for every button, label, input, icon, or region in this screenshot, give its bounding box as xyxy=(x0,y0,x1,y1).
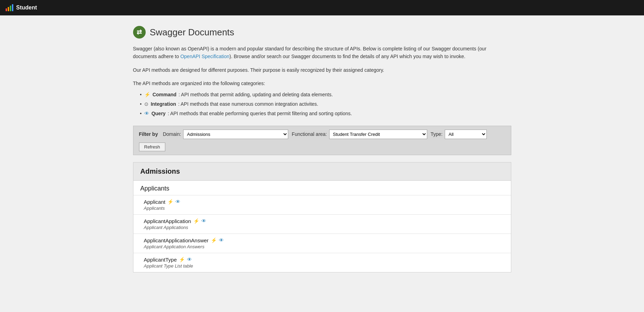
command-name: Command xyxy=(152,91,176,98)
logo-bar-4 xyxy=(12,4,13,11)
type-label: Type: xyxy=(431,131,443,137)
api-name-row: ApplicantType ⚡ 👁 xyxy=(144,257,500,263)
integration-icon: ⊙ xyxy=(144,100,148,108)
logo: Student xyxy=(6,4,37,11)
logo-icon xyxy=(6,4,13,11)
api-name-row: ApplicantApplicationAnswer ⚡ 👁 xyxy=(144,237,500,243)
list-item: ApplicantType ⚡ 👁 Applicant Type List ta… xyxy=(133,253,511,272)
list-item: ApplicantApplication ⚡ 👁 Applicant Appli… xyxy=(133,214,511,234)
category-command: • ⚡ Command : API methods that permit ad… xyxy=(140,91,511,98)
filter-bar: Filter by Domain: Admissions Financial A… xyxy=(133,126,511,155)
query-icon: 👁 xyxy=(144,110,149,117)
list-item: ApplicantApplicationAnswer ⚡ 👁 Applicant… xyxy=(133,234,511,253)
admissions-section: Admissions Applicants Applicant ⚡ 👁 Appl… xyxy=(133,162,511,272)
main-content: ⇄ Swagger Documents Swagger (also known … xyxy=(77,15,567,289)
description-1: Swagger (also known as OpenAPI) is a mod… xyxy=(133,45,511,61)
page-title: Swagger Documents xyxy=(150,27,234,38)
api-name: ApplicantType xyxy=(144,257,177,263)
page-title-row: ⇄ Swagger Documents xyxy=(133,26,511,39)
api-name-row: ApplicantApplication ⚡ 👁 xyxy=(144,218,500,224)
api-name: ApplicantApplicationAnswer xyxy=(144,237,209,243)
categories-list: • ⚡ Command : API methods that permit ad… xyxy=(133,91,511,117)
query-icon: 👁 xyxy=(201,218,206,224)
category-query: • 👁 Query : API methods that enable perf… xyxy=(140,110,511,117)
api-desc: Applicant Type List table xyxy=(144,263,500,269)
command-icon: ⚡ xyxy=(167,199,173,204)
domain-select[interactable]: Admissions Financial Aid Student Records… xyxy=(183,130,288,139)
openapi-link[interactable]: OpenAPI Specification xyxy=(180,54,229,59)
command-desc: : API methods that permit adding, updati… xyxy=(179,91,333,98)
applicants-subsection-header: Applicants xyxy=(133,181,511,195)
domain-label: Domain: xyxy=(163,131,181,137)
filter-label: Filter by xyxy=(139,131,158,137)
api-name: Applicant xyxy=(144,199,166,205)
integration-desc: : API methods that ease numerous common … xyxy=(178,100,318,108)
api-desc: Applicants xyxy=(144,206,500,211)
command-icon: ⚡ xyxy=(179,257,185,262)
command-icon: ⚡ xyxy=(193,218,199,224)
query-desc: : API methods that enable performing que… xyxy=(168,110,352,117)
domain-filter: Domain: Admissions Financial Aid Student… xyxy=(163,130,288,139)
query-icon: 👁 xyxy=(187,257,192,262)
command-icon: ⚡ xyxy=(144,91,150,98)
logo-bar-3 xyxy=(10,6,11,11)
type-select[interactable]: All Command Integration Query xyxy=(445,130,487,139)
refresh-button[interactable]: Refresh xyxy=(139,143,166,151)
integration-name: Integration xyxy=(151,100,176,108)
logo-bar-2 xyxy=(8,7,9,11)
api-name: ApplicantApplication xyxy=(144,218,191,224)
query-name: Query xyxy=(151,110,165,117)
logo-text: Student xyxy=(16,5,37,11)
query-icon: 👁 xyxy=(219,237,224,243)
swagger-icon: ⇄ xyxy=(133,26,146,39)
query-icon: 👁 xyxy=(175,199,180,204)
app-header: Student xyxy=(0,0,644,15)
applicants-subsection: Applicants Applicant ⚡ 👁 Applicants Appl… xyxy=(133,181,511,272)
category-integration: • ⊙ Integration : API methods that ease … xyxy=(140,100,511,108)
functional-area-select[interactable]: Student Transfer Credit Applicants Appli… xyxy=(329,130,427,139)
type-filter: Type: All Command Integration Query xyxy=(431,130,487,139)
functional-area-filter: Functional area: Student Transfer Credit… xyxy=(292,130,427,139)
api-name-row: Applicant ⚡ 👁 xyxy=(144,199,500,205)
api-desc: Applicant Applications xyxy=(144,225,500,230)
command-icon: ⚡ xyxy=(211,237,217,243)
list-item: Applicant ⚡ 👁 Applicants xyxy=(133,195,511,214)
api-desc: Applicant Application Answers xyxy=(144,244,500,249)
functional-label: Functional area: xyxy=(292,131,327,137)
admissions-header: Admissions xyxy=(133,162,511,181)
categories-intro: The API methods are organized into the f… xyxy=(133,79,511,87)
description-2: Our API methods are designed for differe… xyxy=(133,66,511,74)
logo-bar-1 xyxy=(6,8,7,11)
